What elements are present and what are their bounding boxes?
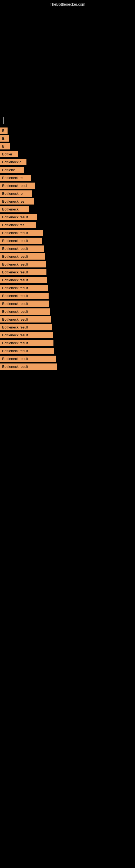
bottleneck-item-28: Bottleneck result — [0, 340, 53, 346]
bottleneck-item-3: B — [0, 143, 10, 150]
bottleneck-item-24: Bottleneck result — [0, 308, 50, 315]
bottleneck-item-7: Bottleneck re — [0, 175, 31, 181]
bottleneck-item-12: Bottleneck result — [0, 214, 37, 220]
bottleneck-item-14: Bottleneck result — [0, 230, 43, 236]
bottleneck-item-6: Bottlene — [0, 167, 24, 173]
bottleneck-item-15: Bottleneck result — [0, 238, 42, 244]
site-title: TheBottlenecker.com — [50, 2, 85, 6]
bottleneck-item-23: Bottleneck result — [0, 301, 49, 307]
bottleneck-item-25: Bottleneck result — [0, 316, 51, 322]
bottleneck-item-2: E — [0, 135, 9, 142]
bottleneck-item-27: Bottleneck result — [0, 332, 53, 338]
bottleneck-item-4: Bottler — [0, 151, 18, 157]
bottleneck-item-13: Bottleneck res — [0, 222, 36, 228]
bottleneck-item-19: Bottleneck result — [0, 269, 46, 275]
bottleneck-item-18: Bottleneck result — [0, 261, 46, 268]
text-cursor — [3, 117, 3, 124]
bottleneck-item-8: Bottleneck resul — [0, 183, 35, 189]
bottleneck-item-21: Bottleneck result — [0, 285, 48, 291]
bottleneck-item-16: Bottleneck result — [0, 246, 44, 252]
bottleneck-item-11: Bottleneck — [0, 206, 29, 212]
bottleneck-item-29: Bottleneck result — [0, 348, 54, 354]
bottleneck-item-9: Bottleneck re — [0, 190, 32, 197]
bottleneck-item-20: Bottleneck result — [0, 277, 47, 283]
bottleneck-item-10: Bottleneck res — [0, 198, 34, 205]
bottleneck-item-30: Bottleneck result — [0, 355, 56, 362]
bottleneck-list: BEBBottlerBottleneck dBottleneBottleneck… — [0, 127, 135, 371]
bottleneck-item-26: Bottleneck result — [0, 324, 52, 330]
bottleneck-item-5: Bottleneck d — [0, 159, 27, 165]
bottleneck-item-17: Bottleneck result — [0, 253, 45, 259]
bottleneck-item-31: Bottleneck result — [0, 364, 57, 370]
bottleneck-item-22: Bottleneck result — [0, 293, 49, 299]
bottleneck-item-1: B — [0, 127, 8, 134]
